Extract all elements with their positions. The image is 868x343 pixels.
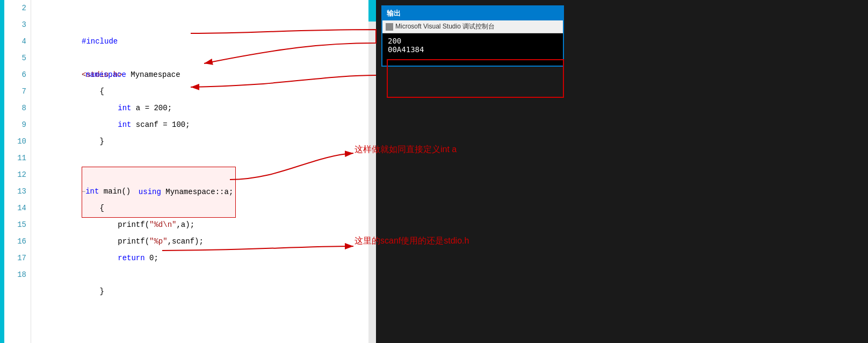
- code-line-15: printf("%p",scanf);: [37, 217, 376, 233]
- code-content: #include <stdio.h> −namespace Mynamespac…: [31, 0, 376, 343]
- line-num-9: 9: [4, 117, 26, 133]
- right-panel: 输出 Microsoft Visual Studio 调试控制台 200 00A…: [376, 0, 868, 343]
- line-num-5: 5: [4, 50, 26, 67]
- code-line-17: [37, 250, 376, 267]
- black-background: 输出 Microsoft Visual Studio 调试控制台 200 00A…: [376, 0, 868, 343]
- code-panel: 2 3 4 5 6 7 8 9 10 11 12 13 14 15 16 17 …: [0, 0, 376, 343]
- code-line-11: using Mynamespace::a;: [37, 150, 376, 167]
- output-window: 输出 Microsoft Visual Studio 调试控制台 200 00A…: [381, 5, 564, 67]
- code-line-5: −namespace Mynamespace: [37, 50, 376, 67]
- code-line-18: }: [37, 267, 376, 283]
- code-line-16: return 0;: [37, 233, 376, 250]
- scrollbar-thumb[interactable]: [368, 0, 376, 22]
- toolbar-label: Microsoft Visual Studio 调试控制台: [395, 22, 495, 31]
- line-num-2: 2: [4, 0, 26, 17]
- line-num-14: 14: [4, 200, 26, 217]
- code-line-4: [37, 33, 376, 50]
- line-num-8: 8: [4, 100, 26, 117]
- line-num-15: 15: [4, 217, 26, 233]
- vs-icon: [386, 23, 393, 31]
- output-toolbar: Microsoft Visual Studio 调试控制台: [382, 20, 563, 33]
- code-line-14: printf("%d\n",a);: [37, 200, 376, 217]
- code-line-13: {: [37, 183, 376, 200]
- line-num-4: 4: [4, 33, 26, 50]
- output-content: 200 00A41384: [382, 33, 563, 66]
- line-num-3: 3: [4, 17, 26, 33]
- scrollbar[interactable]: [368, 0, 376, 343]
- code-line-7: int a = 200;: [37, 83, 376, 100]
- code-line-9: }: [37, 117, 376, 133]
- line-num-13: 13: [4, 183, 26, 200]
- main-container: 2 3 4 5 6 7 8 9 10 11 12 13 14 15 16 17 …: [0, 0, 868, 343]
- left-accent-bar: [0, 0, 4, 343]
- line-num-11: 11: [4, 150, 26, 167]
- line-num-6: 6: [4, 67, 26, 83]
- code-line-3: #include <stdio.h>: [37, 17, 376, 33]
- line-num-10: 10: [4, 133, 26, 150]
- output-line-1: 200: [388, 37, 558, 45]
- code-line-10: [37, 133, 376, 150]
- line-num-7: 7: [4, 83, 26, 100]
- code-line-12: −int main(): [37, 167, 376, 183]
- line-num-17: 17: [4, 250, 26, 267]
- code-line-6: {: [37, 67, 376, 83]
- line-numbers: 2 3 4 5 6 7 8 9 10 11 12 13 14 15 16 17 …: [4, 0, 31, 343]
- output-line-2: 00A41384: [388, 45, 558, 54]
- line-num-18: 18: [4, 267, 26, 283]
- output-title: 输出: [382, 6, 563, 20]
- code-line-8: int scanf = 100;: [37, 100, 376, 117]
- line-num-16: 16: [4, 233, 26, 250]
- code-line-2: [37, 0, 376, 17]
- line-num-12: 12: [4, 167, 26, 183]
